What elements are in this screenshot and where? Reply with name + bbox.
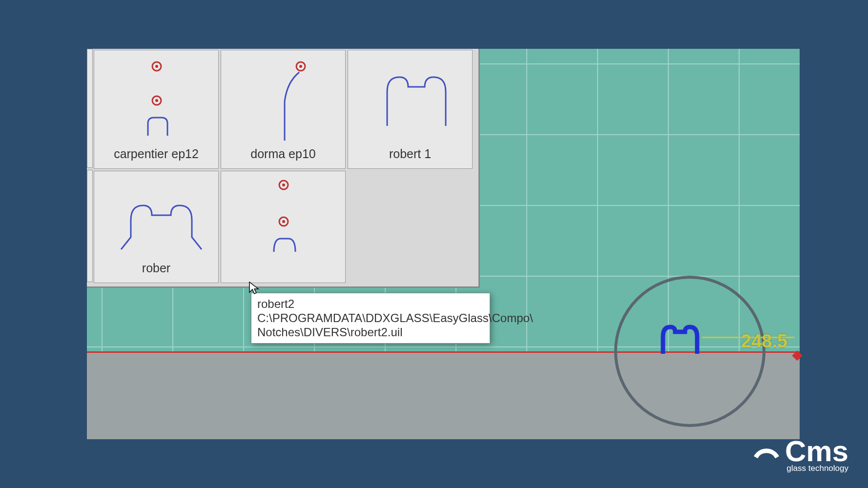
tooltip: robert2 C:\PROGRAMDATA\DDXGLASS\EasyGlas… <box>251 293 490 344</box>
placed-notch[interactable] <box>658 322 702 358</box>
logo-subtitle: glass technology <box>753 464 848 473</box>
tooltip-path2: Notches\DIVERS\robert2.uil <box>257 325 402 339</box>
notch-item-carpentier[interactable]: carpentier ep12 <box>94 50 219 169</box>
logo-arc-icon <box>753 443 780 460</box>
brand-logo: Cms glass technology <box>753 437 848 473</box>
tooltip-path1: C:\PROGRAMDATA\DDXGLASS\EasyGlass\Compo\ <box>257 311 533 325</box>
notch-item-robert1[interactable]: robert 1 <box>348 50 473 169</box>
tooltip-title: robert2 <box>257 297 294 310</box>
svg-point-10 <box>282 220 285 223</box>
svg-point-2 <box>155 65 158 68</box>
logo-text: Cms <box>785 437 848 466</box>
svg-point-8 <box>282 183 285 186</box>
notch-label: dorma ep10 <box>250 147 315 161</box>
notch-label: rober <box>142 261 170 275</box>
notch-label: carpentier ep12 <box>114 147 199 161</box>
svg-point-4 <box>155 99 158 102</box>
dimension-value: 248.5 <box>741 331 787 352</box>
notch-item-robert2[interactable]: rober <box>94 171 219 283</box>
main-viewport: 248.5 carpentier ep12 dorma ep10 <box>87 49 800 439</box>
notch-label: robert 1 <box>389 147 431 161</box>
notch-item-dorma[interactable]: dorma ep10 <box>221 50 346 169</box>
notch-palette: carpentier ep12 dorma ep10 robert 1 <box>87 49 480 288</box>
notch-item-5[interactable] <box>221 171 346 283</box>
svg-rect-0 <box>792 350 802 361</box>
snap-diamond-icon <box>790 348 805 365</box>
